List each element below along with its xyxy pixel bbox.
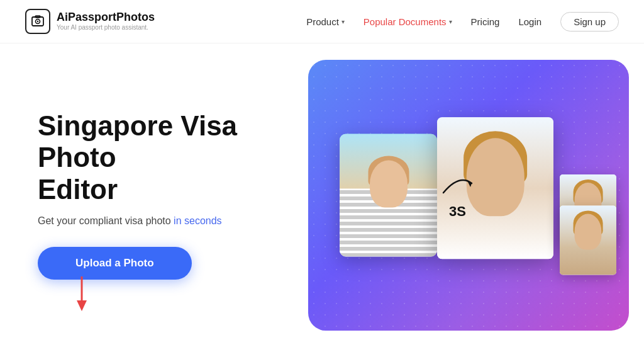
logo-subtitle: Your AI passport photo assistant. xyxy=(57,24,155,31)
product-chevron-icon: ▾ xyxy=(341,18,345,25)
nav-popular-documents[interactable]: Popular Documents ▾ xyxy=(364,16,452,27)
svg-marker-6 xyxy=(467,179,472,187)
photo-small-2 xyxy=(560,205,616,275)
output-head xyxy=(466,139,525,217)
popular-docs-chevron-icon: ▾ xyxy=(449,18,452,25)
hero-title: Singapore Visa Photo Editor xyxy=(38,110,308,206)
hero-right: 3S xyxy=(308,43,629,346)
hero-card: 3S xyxy=(308,60,629,331)
nav-pricing[interactable]: Pricing xyxy=(471,16,500,27)
curved-arrow-icon xyxy=(440,171,475,196)
header: AiPassportPhotos Your AI passport photo … xyxy=(0,0,644,43)
logo-title: AiPassportPhotos xyxy=(57,11,155,24)
hero-left: Singapore Visa Photo Editor Get your com… xyxy=(38,110,308,280)
logo-icon xyxy=(25,9,50,34)
svg-point-2 xyxy=(37,21,38,22)
transform-arrow-area: 3S xyxy=(440,171,475,220)
logo[interactable]: AiPassportPhotos Your AI passport photo … xyxy=(25,9,155,34)
main-content: Singapore Visa Photo Editor Get your com… xyxy=(0,43,644,346)
person-head xyxy=(370,161,408,208)
nav-product[interactable]: Product ▾ xyxy=(306,16,345,27)
signup-button[interactable]: Sign up xyxy=(560,12,619,31)
svg-marker-5 xyxy=(77,300,87,311)
main-nav: Product ▾ Popular Documents ▾ Pricing Lo… xyxy=(306,12,619,31)
hero-subtitle: Get your compliant visa photo in seconds xyxy=(38,215,308,227)
cursor-arrow-icon xyxy=(57,276,107,314)
small-head-2 xyxy=(574,213,601,249)
person-in-photo xyxy=(340,134,437,256)
logo-text-group: AiPassportPhotos Your AI passport photo … xyxy=(57,11,155,31)
timer-label: 3S xyxy=(440,203,475,220)
nav-login[interactable]: Login xyxy=(518,16,541,27)
photo-original xyxy=(340,134,437,256)
upload-photo-button[interactable]: Upload a Photo xyxy=(38,247,192,280)
small-face-photo-2 xyxy=(560,205,616,275)
